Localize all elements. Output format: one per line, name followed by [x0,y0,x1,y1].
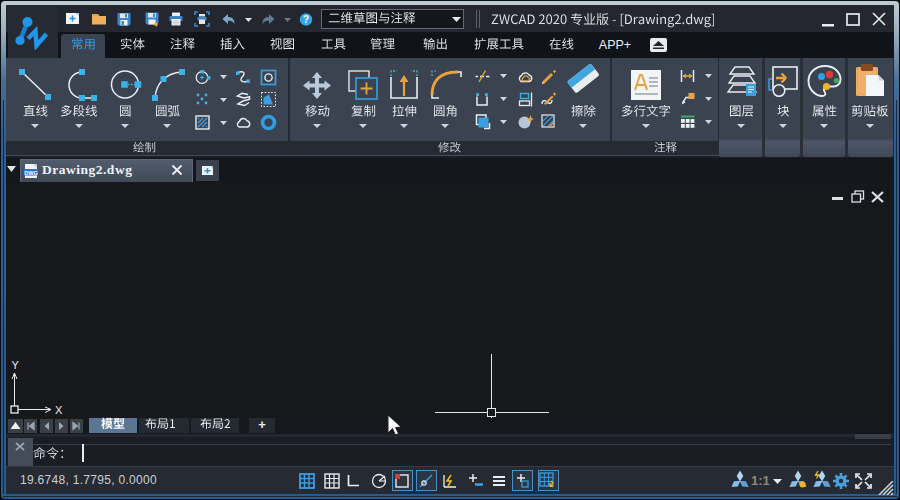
svg-text:X: X [55,404,63,416]
svg-text:DWG: DWG [24,170,37,176]
svg-text:Y: Y [12,359,20,371]
svg-text:?: ? [303,14,309,25]
